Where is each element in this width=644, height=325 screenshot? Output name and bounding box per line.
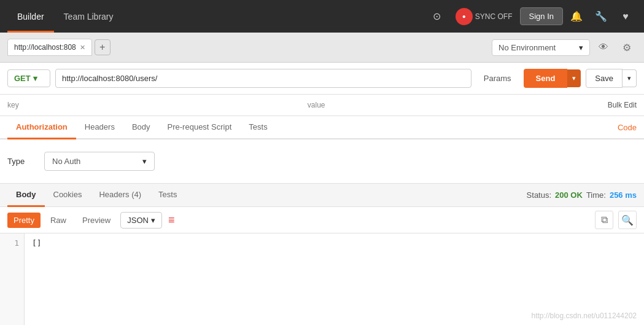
sign-in-button[interactable]: Sign In: [520, 7, 563, 25]
format-tab-pretty-label: Pretty: [14, 216, 34, 225]
code-area: 1 [] http://blog.csdn.net/u011244202: [0, 233, 644, 325]
line-number-1: 1: [5, 238, 19, 248]
format-select[interactable]: JSON ▾: [120, 212, 162, 229]
format-chevron-icon: ▾: [151, 216, 155, 225]
send-dropdown-button[interactable]: ▾: [567, 69, 581, 87]
tab-authorization-label: Authorization: [16, 122, 68, 131]
auth-type-label: Type: [7, 157, 32, 166]
send-button[interactable]: Send: [524, 69, 568, 88]
format-value: JSON: [127, 216, 149, 225]
add-tab-button[interactable]: +: [95, 39, 111, 55]
request-section: GET ▾ Params Send ▾ Save ▾: [0, 63, 644, 95]
save-label: Save: [595, 74, 613, 83]
format-tab-pretty[interactable]: Pretty: [7, 213, 41, 228]
response-tab-cookies[interactable]: Cookies: [45, 184, 91, 207]
close-tab-icon[interactable]: ✕: [80, 44, 85, 51]
send-label: Send: [536, 74, 556, 83]
auth-chevron-icon: ▾: [142, 157, 147, 166]
status-label: Status:: [527, 190, 551, 200]
response-tab-body-label: Body: [16, 190, 36, 199]
environment-label: No Environment: [499, 43, 576, 52]
satellite-icon: ⊙: [433, 10, 441, 22]
sync-label: SYNC OFF: [475, 12, 513, 21]
wrench-icon: 🔧: [595, 10, 607, 22]
status-area: Status: 200 OK Time: 256 ms: [527, 190, 637, 200]
url-tab[interactable]: http://localhost:808 ✕: [7, 39, 92, 56]
tab-team-library[interactable]: Team Library: [54, 0, 123, 33]
search-icon: 🔍: [621, 214, 634, 226]
code-link[interactable]: Code: [618, 117, 637, 138]
method-label: GET: [14, 74, 31, 83]
tab-body-label: Body: [132, 122, 150, 131]
environment-select[interactable]: No Environment ▾: [492, 39, 590, 56]
tab-pre-request-script[interactable]: Pre-request Script: [159, 116, 241, 139]
gear-icon: ⚙: [623, 42, 631, 53]
chevron-down-icon: ▾: [579, 43, 583, 52]
bell-icon-btn[interactable]: 🔔: [565, 6, 588, 28]
tab-bar: http://localhost:808 ✕ +: [7, 39, 487, 56]
auth-type-value: No Auth: [52, 157, 140, 166]
response-tab-cookies-label: Cookies: [53, 190, 82, 199]
save-dropdown-button[interactable]: ▾: [623, 69, 637, 87]
top-nav: Builder Team Library ⊙ ● SYNC OFF Sign I…: [0, 0, 644, 33]
key-value-section: key value Bulk Edit: [0, 95, 644, 116]
sync-button[interactable]: ● SYNC OFF: [451, 8, 518, 25]
gear-icon-btn[interactable]: ⚙: [617, 37, 637, 57]
bulk-edit-button[interactable]: Bulk Edit: [608, 101, 637, 109]
response-tabs-section: Body Cookies Headers (4) Tests Status: 2…: [0, 184, 644, 207]
response-body-toolbar: Pretty Raw Preview JSON ▾ ≡ ⧉ 🔍: [0, 207, 644, 233]
eye-icon: 👁: [599, 42, 608, 53]
nav-right: ⊙ ● SYNC OFF Sign In 🔔 🔧 ♥: [426, 6, 637, 28]
env-section: No Environment ▾ 👁 ⚙: [492, 37, 637, 57]
wrap-icon[interactable]: ≡: [168, 214, 175, 227]
params-button[interactable]: Params: [476, 70, 519, 87]
satellite-icon-btn[interactable]: ⊙: [426, 6, 448, 28]
response-tab-headers[interactable]: Headers (4): [90, 184, 150, 207]
response-tab-headers-label: Headers (4): [99, 190, 141, 199]
auth-type-select[interactable]: No Auth ▾: [44, 152, 155, 171]
send-btn-group: Send ▾: [524, 69, 581, 88]
tab-builder[interactable]: Builder: [7, 0, 54, 33]
params-label: Params: [484, 74, 511, 83]
tab-body[interactable]: Body: [123, 116, 159, 139]
key-column-header: key: [7, 98, 303, 112]
format-tab-preview-label: Preview: [82, 216, 111, 225]
bell-icon: 🔔: [570, 10, 583, 22]
format-tab-raw-label: Raw: [50, 216, 66, 225]
auth-section: Type No Auth ▾: [0, 139, 644, 184]
url-section: http://localhost:808 ✕ + No Environment …: [0, 33, 644, 63]
sign-in-label: Sign In: [529, 12, 554, 21]
request-tabs: Authorization Headers Body Pre-request S…: [0, 116, 644, 139]
nav-tabs: Builder Team Library: [7, 0, 426, 33]
tab-headers[interactable]: Headers: [76, 116, 123, 139]
heart-icon-btn[interactable]: ♥: [615, 6, 637, 28]
save-button[interactable]: Save: [586, 69, 623, 88]
code-content: []: [25, 233, 644, 325]
bulk-edit-label: Bulk Edit: [608, 101, 637, 109]
copy-icon: ⧉: [601, 214, 608, 225]
method-chevron-icon: ▾: [33, 74, 37, 83]
eye-icon-btn[interactable]: 👁: [594, 37, 613, 57]
tab-tests[interactable]: Tests: [240, 116, 276, 139]
search-icon-btn[interactable]: 🔍: [618, 211, 637, 229]
tab-builder-label: Builder: [17, 12, 44, 22]
tab-authorization[interactable]: Authorization: [7, 116, 76, 139]
tab-tests-label: Tests: [249, 122, 267, 131]
url-input[interactable]: [55, 69, 471, 88]
tab-pre-request-label: Pre-request Script: [168, 122, 232, 131]
time-value: 256 ms: [610, 190, 637, 200]
save-btn-group: Save ▾: [586, 69, 637, 88]
wrench-icon-btn[interactable]: 🔧: [590, 6, 612, 28]
tab-headers-label: Headers: [85, 122, 115, 131]
response-tab-body[interactable]: Body: [7, 184, 45, 207]
response-tab-tests[interactable]: Tests: [150, 184, 185, 207]
copy-icon-btn[interactable]: ⧉: [595, 211, 613, 229]
line-numbers: 1: [0, 233, 25, 325]
response-toolbar-right: ⧉ 🔍: [595, 211, 637, 229]
method-select[interactable]: GET ▾: [7, 69, 50, 87]
format-tab-preview[interactable]: Preview: [76, 213, 117, 228]
time-label: Time:: [586, 190, 606, 200]
tab-team-library-label: Team Library: [64, 12, 114, 22]
format-tab-raw[interactable]: Raw: [44, 213, 72, 228]
value-column-header: value: [308, 98, 603, 112]
